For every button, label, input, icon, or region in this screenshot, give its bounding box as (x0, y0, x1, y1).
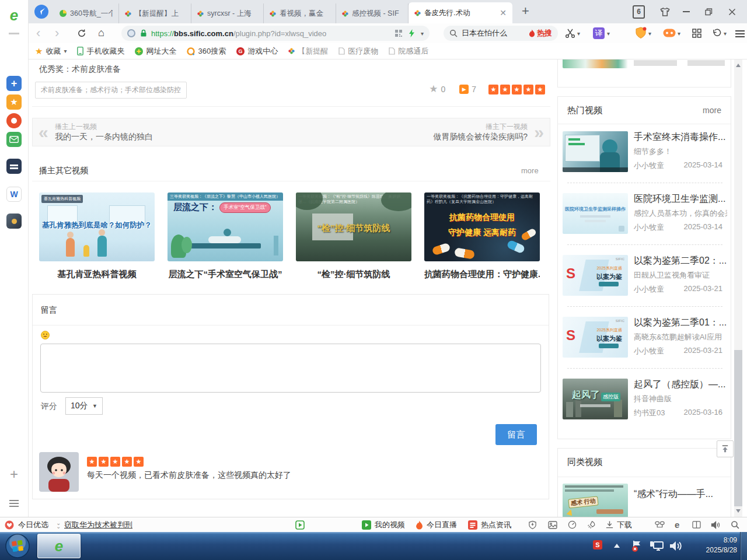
show-desktop-button[interactable] (740, 532, 747, 560)
video-author[interactable]: 小小牧童 (634, 160, 664, 171)
page-search-icon[interactable] (731, 517, 739, 532)
hot-video-item[interactable]: 医院环境卫生学监测采样操作 医院环境卫生学监测... 感控人员基本功，你真的会采… (563, 193, 727, 234)
video-thumbnail[interactable]: 一等奖获奖视频：《“检”控·细节筑防线》陈苗红、吴妍妍、张…（皖南医学院第二附属… (296, 192, 411, 261)
video-title[interactable]: “感术”行动——手... (634, 488, 727, 501)
bookmark-favorites[interactable]: ★收藏▾ (35, 46, 67, 57)
security-shield-icon[interactable] (635, 27, 647, 40)
chevron-down-icon[interactable]: ▾ (648, 30, 651, 37)
safety-shield-icon[interactable] (528, 517, 537, 532)
qr-code-icon[interactable] (395, 29, 403, 37)
home-icon[interactable]: ⌂ (98, 27, 104, 39)
game-center-icon[interactable] (663, 29, 676, 37)
rail-add-icon[interactable]: + (6, 467, 22, 482)
reader-mode-icon[interactable] (127, 29, 135, 37)
video-title[interactable]: 基孔肯亚热科普视频 (39, 269, 155, 280)
taskbar-browser-button[interactable]: e (37, 534, 81, 558)
speed-gauge-icon[interactable] (568, 517, 577, 532)
tab-active-skin-prep[interactable]: 备皮先行.术动 ✕ (409, 2, 512, 23)
scrollbar-up-icon[interactable] (736, 64, 741, 67)
undo-icon[interactable] (712, 28, 722, 38)
hot-video-item[interactable]: S SIFIC 2025系列直播 以案为鉴 以案为鉴第二季02：... 田靓从卫… (563, 255, 727, 296)
bookmark-360-search[interactable]: 360搜索 (187, 46, 226, 57)
hot-news-item[interactable]: 热点资讯 (468, 517, 511, 532)
video-title[interactable]: 层流之下“手术室空气保卫战” (167, 269, 283, 280)
bookmark-medical-waste[interactable]: 医疗废物 (338, 46, 378, 57)
comment-input[interactable] (40, 344, 541, 393)
back-to-top-button[interactable] (717, 440, 734, 457)
action-center-flag-icon[interactable] (630, 540, 643, 552)
apps-grid-icon[interactable] (692, 29, 701, 38)
bookmark-infection-portal[interactable]: 院感通后 (389, 46, 428, 57)
network-icon[interactable] (649, 540, 664, 552)
tab-close-icon[interactable]: ✕ (500, 8, 507, 18)
rail-mail-icon[interactable] (6, 132, 22, 147)
other-video-card[interactable]: 三等奖获奖视频：《层流之下》黎慧（中山市小榄人民医院） 层流之下： 手术室“空气… (167, 192, 283, 280)
bookmark-game-center[interactable]: G游戏中心 (236, 46, 278, 57)
volume-icon[interactable] (669, 540, 683, 552)
live-item[interactable]: 今日直播 (416, 517, 457, 532)
video-title[interactable]: 以案为鉴第二季01：... (634, 317, 727, 329)
close-window-button[interactable] (728, 0, 736, 23)
tab-count-badge[interactable]: 6 (633, 0, 645, 23)
rating-select[interactable]: 10分▼ (65, 397, 103, 415)
url-box[interactable]: https://bbs.sific.com.cn/plugin.php?id=x… (121, 26, 430, 41)
search-box[interactable]: 日本在怕什么 热搜 (444, 26, 558, 41)
chevron-down-icon[interactable]: ▾ (421, 30, 424, 37)
taskbar-clock[interactable]: 8:09 2025/8/28 (686, 536, 737, 555)
tray-app-icon[interactable]: S (593, 540, 602, 550)
multi-window-icon[interactable] (655, 517, 665, 532)
video-thumbnail[interactable]: 三等奖获奖视频：《层流之下》黎慧（中山市小榄人民医院） 层流之下： 手术室“空气… (167, 192, 283, 261)
new-tab-button[interactable]: + (522, 4, 529, 19)
partial-thumbnail[interactable] (563, 60, 628, 68)
search-query[interactable]: 日本在怕什么 (462, 28, 507, 38)
refresh-icon[interactable] (77, 29, 86, 38)
tab-new-notice[interactable]: 【新提醒】上 (119, 4, 191, 23)
bookmark-new-notice[interactable]: 【新提醒 (288, 46, 328, 57)
scrollbar-down-icon[interactable] (736, 509, 741, 513)
chevron-down-icon[interactable]: ▾ (577, 30, 580, 37)
hot-search-label[interactable]: 热搜 (537, 28, 552, 38)
video-thumbnail[interactable]: S SIFIC 2025系列直播 以案为鉴 (563, 317, 628, 358)
screenshot-scissors-icon[interactable] (565, 28, 575, 38)
rail-photo-icon[interactable] (6, 214, 22, 229)
other-video-card[interactable]: 基孔肯雅热科普视频 基孔肯雅热到底是啥？如何防护？ 基孔肯亚热科普视频 (39, 192, 155, 280)
rating-stars[interactable]: ★★★★★ (487, 83, 545, 94)
my-videos-item[interactable]: 我的视频 (362, 517, 405, 532)
rail-camera-icon[interactable] (6, 113, 22, 128)
floating-video-play-icon[interactable] (295, 517, 305, 532)
restore-button[interactable] (705, 0, 713, 23)
tab-360-nav[interactable]: 360导航_一个 (54, 4, 119, 23)
chevron-down-icon[interactable]: ▾ (724, 30, 727, 37)
video-thumbnail[interactable] (563, 131, 628, 172)
bookmark-mobile-favorites[interactable]: 手机收藏夹 (77, 46, 124, 57)
minimize-button[interactable] (683, 0, 690, 23)
tab-watch-videos[interactable]: 看视频，赢金 (264, 4, 336, 23)
mute-speaker-icon[interactable] (711, 517, 720, 532)
prev-chevrons-icon[interactable]: « (39, 118, 48, 146)
video-author[interactable]: 小小牧童 (634, 346, 664, 356)
translate-icon[interactable]: 译 (593, 27, 605, 39)
forward-icon[interactable]: › (55, 23, 59, 43)
rail-plugin-icon[interactable]: + (6, 76, 22, 91)
hot-video-item[interactable]: 起风了 感控版 起风了（感控版）—... 抖音神曲版 约书亚03 2025-03… (563, 379, 727, 419)
emoji-picker-icon[interactable] (41, 331, 50, 340)
start-button[interactable] (5, 533, 30, 559)
other-videos-more-link[interactable]: more (521, 166, 539, 175)
boost-rocket-icon[interactable] (587, 517, 596, 532)
download-item[interactable]: 下载 (605, 517, 632, 532)
video-thumbnail[interactable]: 感术 行动 (563, 484, 628, 517)
rail-favorites-star-icon[interactable]: ★ (6, 94, 22, 110)
video-author[interactable]: 小小牧童 (634, 222, 664, 233)
back-icon[interactable]: ‹ (36, 23, 40, 43)
video-thumbnail[interactable]: 起风了 感控版 (563, 379, 628, 419)
rail-school-app-icon[interactable] (6, 159, 22, 174)
video-title[interactable]: 起风了（感控版）—... (634, 379, 727, 391)
browser-e-icon[interactable]: e (675, 517, 679, 532)
navigation-compass-icon[interactable] (34, 4, 49, 19)
other-video-card[interactable]: 一等奖获奖视频：《“检”控·细节筑防线》陈苗红、吴妍妍、张…（皖南医学院第二附属… (296, 192, 411, 280)
video-thumbnail[interactable]: 基孔肯雅热科普视频 基孔肯雅热到底是啥？如何防护？ (39, 192, 155, 261)
avatar[interactable] (39, 452, 79, 492)
video-thumbnail[interactable]: 医院环境卫生学监测采样操作 (563, 193, 628, 234)
scrollbar-thumb[interactable] (734, 350, 742, 506)
video-title[interactable]: 抗菌药物合理使用：守护健康... (424, 269, 540, 280)
